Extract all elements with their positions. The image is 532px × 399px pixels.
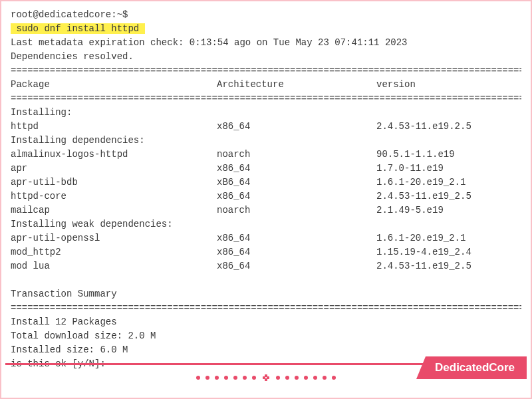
pkg-ver: 2.1.49-5.e19 bbox=[376, 203, 521, 217]
pkg-ver: 2.4.53-11.e19_2.5 bbox=[376, 259, 521, 273]
summary-download: Total download size: 2.0 M bbox=[11, 329, 521, 343]
pkg-arch: xB6_64 bbox=[217, 176, 376, 190]
pkg-ver: 1.6.1-20.e19_2.1 bbox=[376, 176, 521, 190]
shell-prompt: root@dedicatedcore:~$ bbox=[11, 8, 521, 22]
dot-icon bbox=[196, 376, 200, 380]
section-installing-weak: Installing weak dependencies: bbox=[11, 217, 521, 231]
table-row: apr-util-bdb xB6_64 1.6.1-20.e19_2.1 bbox=[11, 176, 521, 190]
tx-summary-label: Transaction Summary bbox=[11, 287, 521, 301]
table-row: mailcap noarch 2.1.49-5.e19 bbox=[11, 203, 521, 217]
pkg-arch: x86_64 bbox=[217, 245, 376, 259]
table-row: almalinux-logos-httpd noarch 90.5.1-1.1.… bbox=[11, 148, 521, 162]
dot-icon bbox=[233, 376, 237, 380]
pkg-ver: 1.6.1-20.e19_2.1 bbox=[376, 231, 521, 245]
pkg-arch: x86_64 bbox=[217, 120, 376, 134]
table-row: mod lua x86_64 2.4.53-11.e19_2.5 bbox=[11, 259, 521, 273]
pkg-name: mailcap bbox=[11, 203, 217, 217]
pkg-ver: 90.5.1-1.1.e19 bbox=[376, 148, 521, 162]
table-row: httpd-core x86_64 2.4.53-11.e19_2.5 bbox=[11, 190, 521, 203]
dot-icon bbox=[224, 376, 228, 380]
pkg-ver: 1.15.19-4.e19_2.4 bbox=[376, 245, 521, 259]
metadata-line: Last metadata expiration check: 0:13:54 … bbox=[11, 36, 521, 50]
dot-icon bbox=[332, 376, 336, 380]
table-row: apr-util-openssl x86_64 1.6.1-20.e19_2.1 bbox=[11, 231, 521, 245]
pkg-name: apr bbox=[11, 162, 217, 176]
command-line: sudo dnf install httpd bbox=[11, 22, 521, 36]
header-package: Package bbox=[11, 78, 217, 92]
brand-badge: DedicatedCore bbox=[416, 356, 527, 379]
pkg-name: mod lua bbox=[11, 259, 217, 273]
pkg-arch: x86_64 bbox=[217, 162, 376, 176]
table-row: httpd x86_64 2.4.53-11.e19.2.5 bbox=[11, 120, 521, 134]
pkg-name: apr-util-bdb bbox=[11, 176, 217, 190]
pkg-arch: x86_64 bbox=[217, 190, 376, 203]
pkg-arch: x86_64 bbox=[217, 259, 376, 273]
dot-icon bbox=[295, 376, 299, 380]
footer: DedicatedCore bbox=[1, 363, 531, 398]
dot-icon bbox=[243, 376, 247, 380]
diamond-icon bbox=[263, 374, 269, 381]
dot-icon bbox=[215, 376, 219, 380]
dot-icon bbox=[285, 376, 289, 380]
pkg-name: httpd-core bbox=[11, 190, 217, 203]
table-row: apr x86_64 1.7.0-11.e19 bbox=[11, 162, 521, 176]
pkg-arch: noarch bbox=[217, 203, 376, 217]
pkg-name: httpd bbox=[11, 120, 217, 134]
divider: ========================================… bbox=[11, 301, 521, 315]
pkg-arch: x86_64 bbox=[217, 231, 376, 245]
highlighted-command: sudo dnf install httpd bbox=[11, 23, 145, 34]
pkg-name: mod_http2 bbox=[11, 245, 217, 259]
dot-icon bbox=[313, 376, 317, 380]
pkg-name: apr-util-openssl bbox=[11, 231, 217, 245]
section-installing: Installing: bbox=[11, 106, 521, 120]
dot-icon bbox=[252, 376, 256, 380]
deps-resolved: Dependencies resolved. bbox=[11, 50, 521, 64]
dot-icon bbox=[276, 376, 280, 380]
pkg-ver: 2.4.53-11.e19.2.5 bbox=[376, 120, 521, 134]
section-installing-deps: Installing dependencies: bbox=[11, 134, 521, 148]
pkg-ver: 1.7.0-11.e19 bbox=[376, 162, 521, 176]
divider: ========================================… bbox=[11, 92, 521, 106]
header-arch: Architecture bbox=[217, 78, 376, 92]
pkg-arch: noarch bbox=[217, 148, 376, 162]
table-header: Package Architecture version bbox=[11, 78, 521, 92]
divider: ========================================… bbox=[11, 64, 521, 78]
summary-install: Install 12 Packages bbox=[11, 315, 521, 329]
pkg-name: almalinux-logos-httpd bbox=[11, 148, 217, 162]
header-version: version bbox=[376, 78, 521, 92]
dot-icon bbox=[304, 376, 308, 380]
pkg-ver: 2.4.53-11.e19_2.5 bbox=[376, 190, 521, 203]
dot-icon bbox=[323, 376, 327, 380]
blank-line bbox=[11, 273, 521, 287]
summary-installed: Installed size: 6.0 M bbox=[11, 343, 521, 357]
terminal-output: root@dedicatedcore:~$ sudo dnf install h… bbox=[1, 1, 531, 378]
dot-icon bbox=[205, 376, 209, 380]
table-row: mod_http2 x86_64 1.15.19-4.e19_2.4 bbox=[11, 245, 521, 259]
